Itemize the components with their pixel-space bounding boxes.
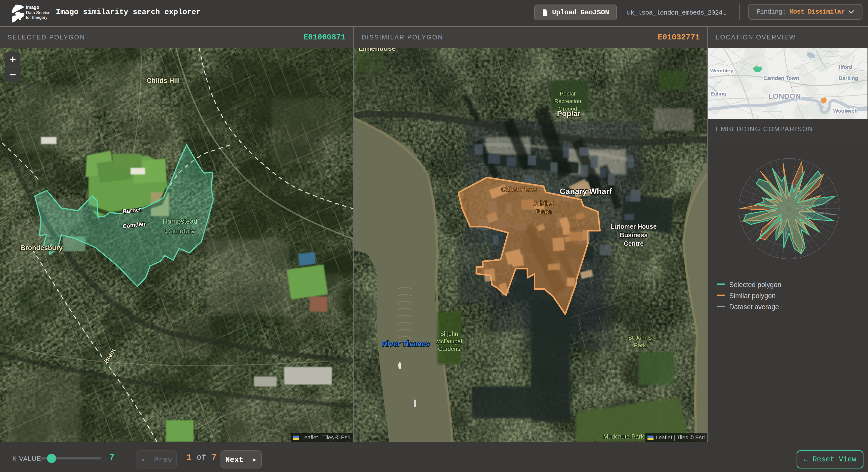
svg-text:Place: Place xyxy=(535,208,552,216)
svg-text:Lutomer House: Lutomer House xyxy=(611,223,656,230)
svg-text:Sirjohn: Sirjohn xyxy=(440,331,458,337)
svg-text:Childs Hill: Childs Hill xyxy=(147,77,180,85)
svg-text:Recreation: Recreation xyxy=(554,98,581,104)
svg-text:Woolwich: Woolwich xyxy=(833,108,858,114)
svg-text:Wembley: Wembley xyxy=(710,68,733,73)
svg-text:Jubilee: Jubilee xyxy=(533,199,554,207)
svg-text:Poplar: Poplar xyxy=(557,109,581,118)
svg-text:St John's: St John's xyxy=(628,335,652,341)
svg-text:River Thames: River Thames xyxy=(382,340,430,348)
svg-text:Canary Wharf: Canary Wharf xyxy=(560,187,612,196)
svg-text:Brondesbury: Brondesbury xyxy=(20,244,63,252)
svg-text:Poplar: Poplar xyxy=(560,91,576,97)
svg-text:LONDON: LONDON xyxy=(768,92,801,100)
svg-text:Centre: Centre xyxy=(624,240,644,247)
svg-text:Gardens: Gardens xyxy=(438,346,460,352)
svg-text:Ealing: Ealing xyxy=(710,91,726,96)
svg-text:Camden Town: Camden Town xyxy=(764,75,799,81)
svg-text:Cabot Place: Cabot Place xyxy=(501,186,537,193)
svg-text:Limehouse: Limehouse xyxy=(359,48,396,52)
svg-text:Cemetery: Cemetery xyxy=(165,227,195,235)
svg-text:Park: Park xyxy=(634,342,646,349)
svg-text:Ilford: Ilford xyxy=(839,64,852,70)
svg-text:Barking: Barking xyxy=(839,75,858,81)
svg-text:Business: Business xyxy=(620,231,648,239)
svg-text:Mudchute Park: Mudchute Park xyxy=(603,433,644,440)
svg-text:Hampstead: Hampstead xyxy=(163,218,197,225)
svg-text:McDougal: McDougal xyxy=(436,338,462,345)
